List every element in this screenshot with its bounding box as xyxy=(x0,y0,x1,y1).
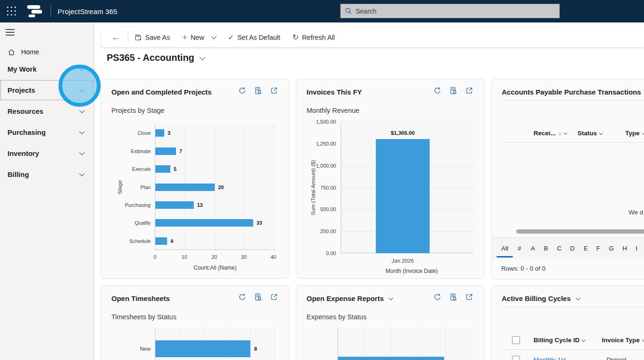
bar-close[interactable] xyxy=(155,129,164,137)
card-active-billing-cycles: Active Billing Cycles Billing Cycle ID I… xyxy=(491,285,644,360)
back-button[interactable]: ← xyxy=(104,30,128,45)
billing-cycle-link[interactable]: Monthly 1st xyxy=(534,356,566,360)
bar-purchasing[interactable] xyxy=(155,201,194,209)
dashboard-selector[interactable]: PS365 - Accounting xyxy=(107,52,205,63)
home-icon xyxy=(7,48,15,56)
value-label: $1,305.00 xyxy=(357,130,448,136)
refresh-icon[interactable] xyxy=(238,87,246,95)
expand-icon[interactable] xyxy=(465,87,473,95)
sidebar-toggle-icon[interactable] xyxy=(6,29,15,36)
view-records-icon[interactable] xyxy=(254,87,262,95)
row-checkbox[interactable] xyxy=(512,356,520,360)
value-label: 5 xyxy=(174,166,176,172)
bar-plan[interactable] xyxy=(155,184,215,191)
select-all-checkbox[interactable] xyxy=(512,336,520,344)
jump-letter-b[interactable]: B xyxy=(544,245,548,252)
sidebar-item-my-work[interactable]: My Work xyxy=(0,59,94,80)
card-actions xyxy=(433,87,473,95)
bar-estimate[interactable] xyxy=(155,147,176,155)
jump-letter-g[interactable]: G xyxy=(609,245,614,252)
view-selector-chevron-icon[interactable] xyxy=(576,296,580,301)
card-title[interactable]: Open Expense Reports xyxy=(307,294,393,302)
chevron-down-icon[interactable] xyxy=(79,87,84,92)
card-divider xyxy=(502,307,644,308)
expand-icon[interactable] xyxy=(270,87,278,95)
jump-letter-i[interactable]: I xyxy=(636,245,637,252)
value-label: 13 xyxy=(197,202,203,208)
view-records-icon[interactable] xyxy=(254,293,262,301)
sidebar-item-resources[interactable]: Resources xyxy=(0,101,94,122)
bar-execute[interactable] xyxy=(155,165,170,173)
column-menu-chevron-icon[interactable] xyxy=(564,131,567,134)
new-dropdown-chevron-icon[interactable] xyxy=(212,34,217,39)
expand-icon[interactable] xyxy=(465,293,473,301)
sidebar-item-inventory[interactable]: Inventory xyxy=(0,143,94,164)
column-header-type[interactable]: Type xyxy=(625,130,644,137)
search-input[interactable] xyxy=(356,7,543,15)
sidebar-item-billing[interactable]: Billing xyxy=(0,164,94,185)
expand-icon[interactable] xyxy=(270,293,278,301)
column-header-billing-cycle-id[interactable]: Billing Cycle ID xyxy=(534,337,585,344)
column-header-status[interactable]: Status xyxy=(578,130,602,137)
bar-partial[interactable] xyxy=(338,357,444,360)
chevron-down-icon[interactable] xyxy=(79,66,84,71)
gridline xyxy=(365,328,365,360)
jump-letter-f[interactable]: F xyxy=(596,245,600,252)
bar-qualify[interactable] xyxy=(155,219,253,227)
chevron-down-icon[interactable] xyxy=(79,171,84,176)
jump-letter-e[interactable]: E xyxy=(584,245,588,252)
category-label: Purchasing xyxy=(101,202,151,208)
gridline xyxy=(250,328,251,360)
view-records-icon[interactable] xyxy=(449,87,457,95)
card-title: Open and Completed Projects xyxy=(111,88,212,96)
x-tick-label: 30 xyxy=(240,254,248,260)
column-header-invoice-type[interactable]: Invoice Type xyxy=(602,337,644,344)
sidebar-item-label: My Work xyxy=(7,65,37,73)
category-label: Execute xyxy=(101,166,151,172)
card-title[interactable]: Accounts Payable Purchase Transactions xyxy=(502,88,644,96)
app-logo-icon[interactable] xyxy=(26,5,45,18)
refresh-all-button[interactable]: ↻ Refresh All xyxy=(286,30,341,45)
app-window: ProjectStream 365 Home My WorkProjectsRe… xyxy=(0,0,644,360)
search-icon xyxy=(345,7,352,15)
app-launcher-icon[interactable] xyxy=(6,5,18,17)
value-label: 8 xyxy=(254,346,257,352)
global-search-box[interactable] xyxy=(340,4,560,18)
sidebar-item-purchasing[interactable]: Purchasing xyxy=(0,122,94,143)
jump-letter-d[interactable]: D xyxy=(570,245,575,252)
horizontal-scrollbar[interactable] xyxy=(516,229,644,234)
new-button[interactable]: + New xyxy=(176,30,222,45)
set-as-default-button[interactable]: ✓ Set As Default xyxy=(222,30,286,45)
view-records-icon[interactable] xyxy=(449,293,457,301)
jump-letter-#[interactable]: # xyxy=(518,245,521,252)
chevron-down-icon[interactable] xyxy=(79,108,84,113)
chart-title: Timesheets by Status xyxy=(111,313,176,321)
refresh-icon[interactable] xyxy=(433,293,441,301)
bar-new[interactable] xyxy=(155,340,250,357)
jump-letter-h[interactable]: H xyxy=(622,245,627,252)
column-menu-chevron-icon[interactable] xyxy=(599,131,603,134)
column-menu-chevron-icon[interactable] xyxy=(582,338,585,341)
chevron-down-icon[interactable] xyxy=(79,150,84,155)
card-title[interactable]: Active Billing Cycles xyxy=(502,294,580,302)
gridline xyxy=(215,124,215,250)
bar-schedule[interactable] xyxy=(155,237,167,245)
refresh-icon[interactable] xyxy=(238,293,246,301)
jump-letter-c[interactable]: C xyxy=(557,245,562,252)
refresh-icon[interactable] xyxy=(433,87,441,95)
sidebar-item-label: Inventory xyxy=(7,149,39,157)
dashboard-selector-chevron-icon[interactable] xyxy=(199,54,205,60)
column-header-received[interactable]: Recei... ↓ xyxy=(534,130,567,137)
jump-letter-a[interactable]: A xyxy=(531,245,535,252)
column-menu-chevron-icon[interactable] xyxy=(642,338,644,341)
bar-jan-2026[interactable] xyxy=(376,139,430,253)
column-menu-chevron-icon[interactable] xyxy=(642,131,644,134)
chevron-down-icon[interactable] xyxy=(79,129,84,134)
jump-letter-all[interactable]: All xyxy=(501,245,508,252)
sidebar-item-projects[interactable]: Projects xyxy=(0,80,94,101)
sidebar-item-home[interactable]: Home xyxy=(0,44,94,60)
y-tick-label: 750.00 xyxy=(296,185,336,191)
chart-title: Expenses by Status xyxy=(307,313,366,321)
view-selector-chevron-icon[interactable] xyxy=(389,296,394,301)
save-as-button[interactable]: Save As xyxy=(128,30,176,45)
